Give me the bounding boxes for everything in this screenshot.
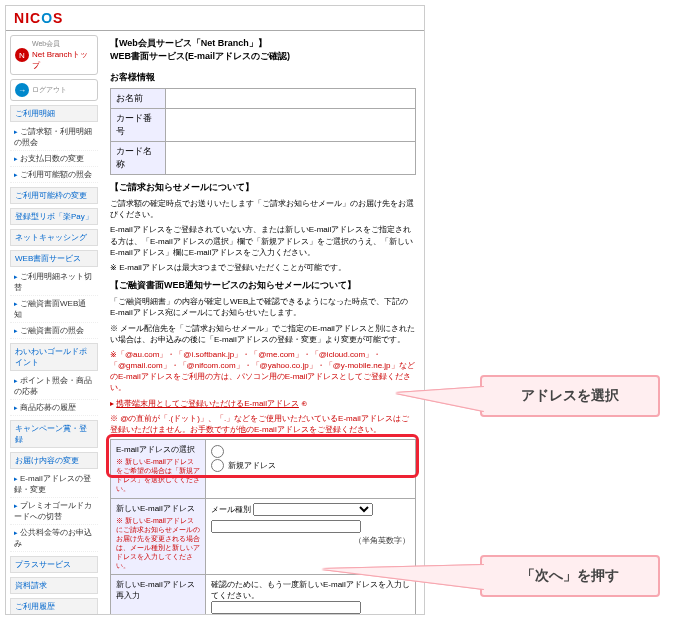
sidebar-section-title[interactable]: お届け内容の変更	[10, 452, 98, 469]
sec1-note: ※ E-mailアドレスは最大3つまでご登録いただくことが可能です。	[110, 262, 416, 273]
callout-tail-icon	[396, 387, 484, 411]
page-title-bracket: 【Web会員サービス「Net Branch」】	[110, 37, 416, 50]
row2-note: ※ 新しいE-mailアドレスにご請求お知らせメールのお届け先を変更される場合は…	[116, 516, 200, 571]
row3-label-cell: 新しいE-mailアドレス再入力	[111, 575, 206, 615]
value-cardname	[166, 142, 416, 175]
sidebar-section-title[interactable]: わいわいゴールドポイント	[10, 343, 98, 371]
dot-warning: ※ @の直前が「.(ドット)」、「.」などをご使用いただいているE-mailアド…	[110, 413, 416, 435]
sidebar-section-title[interactable]: 資料請求	[10, 577, 98, 594]
label-cardno: カード番号	[111, 109, 166, 142]
mobile-email-link[interactable]: 携帯端末用としてご登録いただけるE-mailアドレス	[116, 399, 299, 408]
radio-existing[interactable]	[211, 445, 410, 458]
row1-label: E-mailアドレスの選択	[116, 445, 195, 454]
sidebar-link[interactable]: ポイント照会・商品の応募	[10, 373, 98, 400]
sidebar-link[interactable]: 商品応募の履歴	[10, 400, 98, 416]
header: NICOS	[6, 6, 424, 31]
sec2-note: ※ メール配信先を「ご請求お知らせメール」でご指定のE-mailアドレスと別にさ…	[110, 323, 416, 345]
sidebar-section-title[interactable]: ネットキャッシング	[10, 229, 98, 246]
label-name: お名前	[111, 89, 166, 109]
row2-value-cell: メール種別 （半角英数字）	[206, 498, 416, 575]
value-name	[166, 89, 416, 109]
card-icon: N	[15, 48, 29, 62]
sec2-text1: 「ご融資明細書」の内容が確定しWEB上で確認できるようになった時点で、下記のE-…	[110, 296, 416, 318]
radio-new[interactable]: 新規アドレス	[211, 459, 410, 472]
callout-tail-icon	[322, 565, 484, 589]
sidebar-section-title[interactable]: 登録型リボ「楽Pay」	[10, 208, 98, 225]
sidebar-link[interactable]: お支払日数の変更	[10, 151, 98, 167]
page-title: WEB書面サービス(E-mailアドレスのご確認)	[110, 50, 416, 63]
sidebar-section-title[interactable]: キャンペーン賞・登録	[10, 420, 98, 448]
sidebar-link[interactable]: ご利用可能額の照会	[10, 167, 98, 183]
sidebar-top-card[interactable]: NWeb会員Net Branchトップ	[10, 35, 98, 75]
customer-info-heading: お客様情報	[110, 71, 416, 84]
sidebar-link[interactable]: 公共料金等のお申込み	[10, 525, 98, 552]
app-window: NICOS NWeb会員Net Branchトップ→ログアウト ご利用明細ご請求…	[5, 5, 425, 615]
sidebar-link[interactable]: ご利用明細ネット切替	[10, 269, 98, 296]
confirm-email-input[interactable]	[211, 601, 361, 614]
callout-press-next: 「次へ」を押す	[480, 555, 660, 597]
sidebar-link[interactable]: E-mailアドレスの登録・変更	[10, 471, 98, 498]
label-cardname: カード名称	[111, 142, 166, 175]
sidebar-section-title[interactable]: ご利用履歴	[10, 598, 98, 615]
domain-warning: ※「@au.com」・「@i.softbank.jp」・「@me.com」・「@…	[110, 349, 416, 394]
sidebar-section-title[interactable]: プラスサービス	[10, 556, 98, 573]
row2-label-cell: 新しいE-mailアドレス ※ 新しいE-mailアドレスにご請求お知らせメール…	[111, 498, 206, 575]
row2-label: 新しいE-mailアドレス	[116, 504, 195, 513]
callout-select-address: アドレスを選択	[480, 375, 660, 417]
sec1-text2: E-mailアドレスをご登録されていない方、または新しいE-mailアドレスをご…	[110, 224, 416, 258]
sidebar-top-card[interactable]: →ログアウト	[10, 79, 98, 101]
new-email-input[interactable]	[211, 520, 361, 533]
row1-value-cell: 新規アドレス	[206, 440, 416, 498]
sec1-heading: 【ご請求お知らせメールについて】	[110, 181, 416, 194]
sidebar: NWeb会員Net Branchトップ→ログアウト ご利用明細ご請求額・利用明細…	[6, 31, 102, 615]
radio-new-input[interactable]	[211, 459, 224, 472]
sidebar-link[interactable]: ご請求額・利用明細の照会	[10, 124, 98, 151]
sidebar-link[interactable]: ご融資書面の照会	[10, 323, 98, 339]
row3-label: 新しいE-mailアドレス再入力	[116, 580, 195, 600]
sec1-text1: ご請求額の確定時点でお送りいたします「ご請求お知らせメール」のお届け先をお選びく…	[110, 198, 416, 220]
card-icon: →	[15, 83, 29, 97]
domain-link-row: ▸ 携帯端末用としてご登録いただけるE-mailアドレス ⊕	[110, 398, 416, 409]
mail-kind-label: メール種別	[211, 505, 251, 514]
sidebar-link[interactable]: ご融資書面WEB通知	[10, 296, 98, 323]
mail-kind-select[interactable]	[253, 503, 373, 516]
sidebar-section-title[interactable]: ご利用可能枠の変更	[10, 187, 98, 204]
sidebar-section-title[interactable]: ご利用明細	[10, 105, 98, 122]
row1-label-cell: E-mailアドレスの選択 ※ 新しいE-mailアドレスをご希望の場合は「新規…	[111, 440, 206, 498]
row1-note: ※ 新しいE-mailアドレスをご希望の場合は「新規アドレス」を選択してください…	[116, 457, 200, 493]
charnote-1: （半角英数字）	[211, 535, 410, 546]
content-area: 【Web会員サービス「Net Branch」】 WEB書面サービス(E-mail…	[102, 31, 424, 615]
brand-logo: NICOS	[14, 10, 63, 26]
radio-existing-input[interactable]	[211, 445, 224, 458]
value-cardno	[166, 109, 416, 142]
sidebar-link[interactable]: プレミオゴールドカードへの切替	[10, 498, 98, 525]
sidebar-section-title[interactable]: WEB書面サービス	[10, 250, 98, 267]
customer-info-table: お名前 カード番号 カード名称	[110, 88, 416, 175]
sec2-heading: 【ご融資書面WEB通知サービスのお知らせメールについて】	[110, 279, 416, 292]
